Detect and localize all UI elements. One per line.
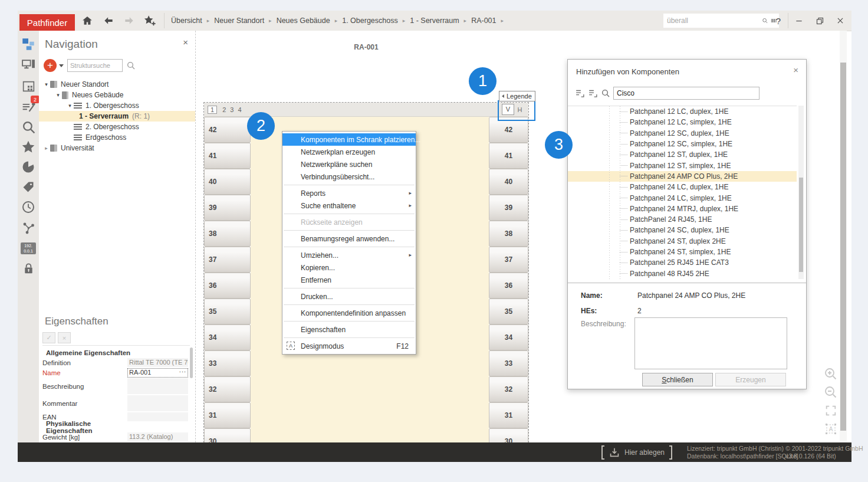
component-list-item[interactable]: Patchpanel 12 SC, duplex, 1HE: [568, 128, 797, 139]
rack-view-number[interactable]: 2: [222, 106, 226, 113]
property-row[interactable]: Kommentar: [39, 395, 188, 412]
rack-view-number[interactable]: 3: [230, 106, 234, 113]
rack-unit-number-left[interactable]: 39: [204, 195, 251, 221]
forward-button[interactable]: [122, 14, 136, 27]
discard-button[interactable]: ×: [58, 332, 71, 343]
rack-unit-row[interactable]: 30 30: [204, 428, 528, 442]
rack-unit-number-left[interactable]: 42: [204, 117, 251, 143]
add-favorite-button[interactable]: [143, 14, 157, 27]
property-row[interactable]: Beschreibung: [39, 378, 188, 395]
breadcrumb-item[interactable]: 1. Obergeschoss: [342, 17, 410, 25]
component-list-item[interactable]: Patchpanel 24 SC, duplex, 1HE: [568, 225, 797, 235]
property-value[interactable]: [127, 395, 188, 412]
component-list-item[interactable]: Patchpanel 12 ST, simplex, 1HE: [568, 160, 797, 170]
rack-view-number[interactable]: 4: [238, 106, 241, 113]
back-button[interactable]: [101, 14, 116, 27]
component-search-icon[interactable]: [601, 88, 610, 98]
rack-unit-number-right[interactable]: 34: [489, 324, 528, 350]
global-search-input[interactable]: [663, 17, 762, 25]
rack-unit-number-left[interactable]: 34: [204, 324, 251, 350]
rack-unit-slot[interactable]: [251, 376, 489, 402]
component-list-item[interactable]: Patchpanel 24 ST, duplex 2HE: [568, 236, 797, 247]
rack-unit-number-right[interactable]: 31: [489, 402, 528, 428]
component-list-item[interactable]: Patchpanel 24 LC, duplex, 1HE: [568, 182, 797, 192]
rack-unit-row[interactable]: 32 32: [204, 376, 528, 402]
property-row[interactable]: Physikalische Eigenschaften: [39, 422, 188, 432]
component-list-item[interactable]: Patchpanel 24 MTRJ, duplex, 1HE: [568, 204, 797, 214]
component-list-item[interactable]: Patchpanel 12 LC, duplex, 1HE: [568, 106, 797, 117]
breadcrumb-item[interactable]: Neuer Standort: [214, 17, 276, 25]
close-button[interactable]: [833, 14, 848, 28]
rack-unit-number-right[interactable]: 36: [489, 273, 528, 299]
component-list-item[interactable]: Patchpanel 24 LC, simplex, 1HE: [568, 192, 797, 203]
property-value[interactable]: Rittal TE 7000 (TE 70: [127, 358, 188, 368]
rack-unit-number-right[interactable]: 38: [489, 221, 528, 247]
rack-unit-number-right[interactable]: 32: [489, 376, 528, 402]
property-value[interactable]: RA-001: [127, 368, 188, 378]
component-list-item[interactable]: Patchpanel 25 RJ45 1HE CAT3: [568, 257, 797, 268]
tree-expander-icon[interactable]: [66, 103, 74, 109]
canvas-scrollbar-thumb[interactable]: [840, 63, 846, 431]
rack-view-number[interactable]: 1: [208, 106, 217, 114]
property-value[interactable]: [127, 378, 188, 395]
rack-unit-number-left[interactable]: 40: [204, 169, 251, 195]
breadcrumb-item[interactable]: Übersicht: [171, 17, 214, 25]
rack-unit-number-right[interactable]: 35: [489, 299, 528, 324]
menu-item[interactable]: Verbindungsübersicht...: [282, 170, 416, 183]
sidebar-item-favorites[interactable]: [21, 139, 36, 155]
tree-item[interactable]: 1 - Serverraum (R: 1): [39, 111, 195, 122]
design-mode-button[interactable]: A: [823, 421, 839, 437]
rack-unit-number-right[interactable]: 33: [489, 350, 528, 376]
canvas-scrollbar[interactable]: [840, 31, 847, 442]
structure-search-icon[interactable]: [126, 61, 136, 70]
tree-expander-icon[interactable]: [42, 145, 50, 151]
tree-item[interactable]: 1. Obergeschoss: [39, 100, 195, 111]
menu-item[interactable]: Designmodus F12: [282, 340, 416, 352]
minimize-button[interactable]: [791, 14, 807, 28]
rack-unit-number-left[interactable]: 35: [204, 299, 251, 324]
component-list-item[interactable]: PatchPanel 24 RJ45, 1HE: [568, 214, 797, 225]
component-list-item[interactable]: Patchpanel 48 RJ45 2HE: [568, 268, 797, 278]
collapse-all-icon[interactable]: [588, 88, 598, 99]
property-value[interactable]: [127, 412, 188, 422]
menu-item[interactable]: Netzwerkplan erzeugen: [282, 146, 416, 158]
rack-unit-number-left[interactable]: 31: [204, 402, 251, 428]
component-list-item[interactable]: Patchpanel 24 ST, simplex, 1HE: [568, 247, 797, 257]
tree-item[interactable]: Neues Gebäude: [39, 90, 195, 100]
property-row[interactable]: Definition Rittal TE 7000 (TE 70: [39, 358, 188, 368]
property-value[interactable]: 113.2 (Katalog): [127, 432, 188, 442]
rack-unit-number-right[interactable]: 30: [489, 428, 528, 442]
app-menu-button[interactable]: Pathfinder: [19, 14, 75, 31]
sidebar-item-rooms[interactable]: [21, 78, 36, 94]
tree-item[interactable]: Erdgeschoss: [39, 132, 195, 143]
restore-button[interactable]: [812, 14, 827, 28]
component-list-item[interactable]: Patchpanel 24 AMP CO Plus, 2HE: [568, 171, 797, 182]
sidebar-item-history[interactable]: [21, 199, 36, 215]
zoom-in-button[interactable]: [823, 366, 839, 382]
menu-item[interactable]: Komponenten im Schrank platzieren...: [282, 133, 416, 146]
rack-unit-number-right[interactable]: 41: [489, 143, 528, 169]
sidebar-item-reports[interactable]: [21, 159, 36, 175]
sidebar-item-search[interactable]: [21, 119, 36, 135]
breadcrumb-item[interactable]: Neues Gebäude: [277, 17, 343, 25]
properties-scrollbar[interactable]: [190, 347, 193, 378]
rack-unit-number-left[interactable]: 32: [204, 376, 251, 402]
zoom-fit-button[interactable]: [823, 403, 839, 418]
breadcrumb-item[interactable]: 1 - Serverraum: [410, 17, 471, 25]
menu-item[interactable]: Rückseite anzeigen: [282, 216, 416, 228]
menu-item[interactable]: Suche enthaltene: [282, 199, 416, 212]
add-node-dropdown-icon[interactable]: [59, 64, 64, 67]
rack-unit-row[interactable]: 31 31: [204, 402, 528, 428]
sidebar-item-ip-addresses[interactable]: 192.0.0.1: [21, 241, 36, 256]
add-node-button[interactable]: +: [44, 59, 57, 72]
rack-unit-number-right[interactable]: 37: [489, 247, 528, 273]
menu-item[interactable]: Reports: [282, 187, 416, 199]
component-list-item[interactable]: Patchpanel 12 SC, simplex, 1HE: [568, 139, 797, 149]
search-icon[interactable]: [762, 16, 768, 25]
create-button[interactable]: Erzeugen: [715, 373, 786, 386]
dialog-close-icon[interactable]: ×: [793, 66, 798, 74]
rack-unit-number-right[interactable]: 39: [489, 195, 528, 221]
menu-item[interactable]: Netzwerkpläne suchen: [282, 158, 416, 170]
menu-item[interactable]: Eigenschaften: [282, 323, 416, 336]
menu-item[interactable]: Drucken...: [282, 290, 416, 303]
